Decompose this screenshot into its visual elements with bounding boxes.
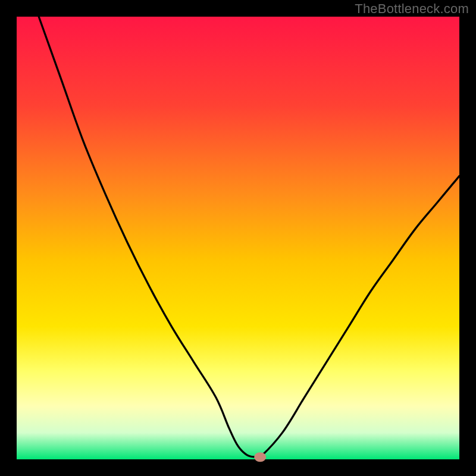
chart-container: TheBottleneck.com (0, 0, 476, 476)
optimal-point-marker (254, 452, 266, 462)
plot-background (17, 17, 459, 459)
bottleneck-chart (0, 0, 476, 476)
attribution-label: TheBottleneck.com (355, 1, 469, 17)
